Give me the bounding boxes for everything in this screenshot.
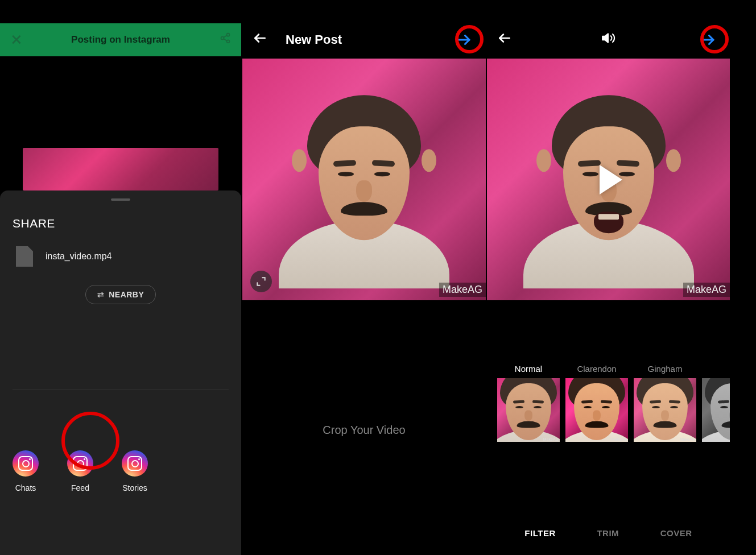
filter-label: Gingham bbox=[648, 364, 683, 374]
close-icon[interactable]: ✕ bbox=[10, 31, 23, 49]
filter-more[interactable]: M bbox=[702, 364, 730, 442]
filter-screen: MakeAG Normal MakeAG Clarendon MakeAG Gi… bbox=[487, 0, 731, 555]
video-preview[interactable]: MakeAG bbox=[242, 59, 486, 300]
target-label: Chats bbox=[15, 483, 36, 492]
sound-icon[interactable] bbox=[601, 31, 616, 49]
filter-strip[interactable]: Normal MakeAG Clarendon MakeAG Gingham M… bbox=[497, 364, 730, 442]
new-post-crop-screen: New Post MakeAG C bbox=[242, 0, 487, 555]
header-title: Posting on Instagram bbox=[71, 34, 170, 45]
share-target-stories[interactable]: Stories bbox=[122, 450, 148, 492]
svg-point-1 bbox=[221, 37, 224, 40]
svg-point-2 bbox=[227, 40, 230, 43]
share-target-chats[interactable]: Chats bbox=[13, 450, 39, 492]
filter-gingham[interactable]: Gingham MakeAG bbox=[634, 364, 696, 442]
svg-line-3 bbox=[224, 35, 227, 38]
tab-filter[interactable]: FILTER bbox=[524, 528, 555, 538]
back-arrow-icon[interactable] bbox=[497, 31, 512, 49]
sheet-grab-handle[interactable] bbox=[111, 198, 130, 201]
share-target-feed[interactable]: Feed bbox=[67, 450, 93, 492]
filter-normal[interactable]: Normal MakeAG bbox=[497, 364, 560, 442]
instagram-icon bbox=[122, 450, 148, 477]
video-preview-peek bbox=[23, 148, 218, 190]
filter-thumb bbox=[702, 378, 730, 442]
filter-thumb: MakeAG bbox=[565, 378, 628, 442]
instagram-icon bbox=[13, 450, 39, 477]
share-icon[interactable] bbox=[220, 32, 231, 47]
next-arrow-icon[interactable] bbox=[699, 31, 716, 48]
share-sheet-screen: ✕ Posting on Instagram SHARE insta_video… bbox=[0, 0, 242, 555]
app-header: ✕ Posting on Instagram bbox=[0, 23, 241, 56]
filter-thumb: MakeAG bbox=[497, 378, 560, 442]
tab-cover[interactable]: COVER bbox=[660, 528, 692, 538]
watermark: MakeAG bbox=[683, 283, 730, 297]
target-label: Stories bbox=[122, 483, 147, 492]
filter-clarendon[interactable]: Clarendon MakeAG bbox=[565, 364, 628, 442]
tab-trim[interactable]: TRIM bbox=[597, 528, 619, 538]
crop-hint-text: Crop Your Video bbox=[242, 424, 486, 437]
nearby-label: NEARBY bbox=[109, 290, 144, 299]
nearby-button[interactable]: ⇄ NEARBY bbox=[85, 285, 156, 304]
svg-marker-8 bbox=[602, 34, 608, 42]
filter-label: Clarendon bbox=[577, 364, 616, 374]
video-preview[interactable]: MakeAG bbox=[487, 59, 730, 300]
svg-line-4 bbox=[224, 39, 227, 41]
share-targets: Chats Feed Stories bbox=[13, 450, 148, 492]
play-icon[interactable] bbox=[600, 165, 622, 194]
share-sheet: SHARE insta_video.mp4 ⇄ NEARBY Chats Fee… bbox=[0, 190, 241, 555]
topbar bbox=[487, 23, 730, 56]
filter-label: Normal bbox=[515, 364, 542, 374]
target-label: Feed bbox=[71, 483, 89, 492]
next-arrow-icon[interactable] bbox=[455, 31, 472, 48]
topbar: New Post bbox=[242, 23, 486, 56]
instagram-icon bbox=[67, 450, 93, 477]
topbar-title: New Post bbox=[286, 32, 342, 47]
file-row: insta_video.mp4 bbox=[13, 246, 229, 267]
file-name: insta_video.mp4 bbox=[46, 251, 112, 262]
svg-point-0 bbox=[227, 34, 230, 36]
back-arrow-icon[interactable] bbox=[253, 31, 267, 49]
nearby-icon: ⇄ bbox=[97, 290, 105, 299]
expand-icon[interactable] bbox=[250, 271, 272, 292]
watermark: MakeAG bbox=[439, 283, 486, 297]
file-icon bbox=[16, 246, 33, 267]
divider bbox=[13, 390, 229, 390]
filter-thumb: MakeAG bbox=[634, 378, 696, 442]
bottom-tabs: FILTER TRIM COVER bbox=[487, 528, 730, 538]
share-heading: SHARE bbox=[13, 217, 229, 230]
